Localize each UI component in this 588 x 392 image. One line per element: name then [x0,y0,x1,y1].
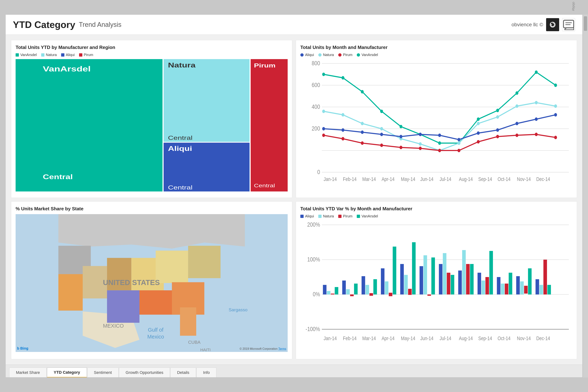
top-label: #bpqo [572,2,575,11]
bar-chart-area[interactable]: 200% 100% 0% -100% Jan-14 Feb-14 Mar-14 … [300,220,572,351]
svg-text:May-14: May-14 [401,176,415,182]
svg-point-55 [380,127,383,130]
svg-text:Aug-14: Aug-14 [459,176,473,182]
svg-text:Sep-14: Sep-14 [478,176,492,182]
treemap-title: Total Units YTD by Manufacturer and Regi… [16,44,288,50]
svg-rect-7 [164,59,250,142]
svg-rect-166 [497,277,500,294]
svg-point-68 [380,133,383,136]
svg-point-40 [342,76,344,80]
comment-button[interactable] [562,18,575,31]
svg-point-72 [458,138,460,141]
svg-text:UNITED STATES: UNITED STATES [103,278,160,287]
svg-text:Jul-14: Jul-14 [440,176,451,182]
svg-text:0%: 0% [313,291,320,298]
legend-line-aliqui: Aliqui [300,53,314,57]
svg-point-62 [516,104,518,108]
svg-text:400: 400 [312,103,320,110]
line-chart-area[interactable]: 800 600 400 200 0 Jan-14 Feb-14 Mar-14 A… [300,59,572,190]
legend-bar-aliqui-label: Aliqui [305,214,314,218]
svg-rect-132 [331,294,334,294]
svg-point-73 [477,131,480,135]
treemap-container[interactable]: Central VanArsdel Natura Central Aliqui … [16,59,288,192]
svg-point-47 [477,118,480,121]
svg-rect-175 [540,285,543,294]
svg-point-42 [380,110,383,113]
svg-rect-159 [462,250,466,294]
svg-text:600: 600 [312,82,320,88]
svg-rect-147 [404,275,408,294]
svg-rect-157 [451,275,454,294]
svg-point-51 [554,84,557,87]
svg-rect-152 [428,294,431,296]
svg-rect-162 [478,273,481,294]
svg-rect-102 [180,307,196,336]
legend-bar-aliqui: Aliqui [300,214,314,218]
legend-natura-label: Natura [46,53,57,57]
map-container[interactable]: UNITED STATES Gulf of Mexico Sargasso CU… [16,214,288,352]
main-content: Total Units YTD by Manufacturer and Regi… [6,35,582,364]
svg-text:-100%: -100% [306,326,320,332]
svg-rect-98 [188,246,220,278]
svg-rect-168 [505,284,508,294]
svg-rect-145 [393,246,396,294]
svg-rect-141 [374,279,377,294]
svg-rect-149 [412,242,416,294]
scrollbar-thumb[interactable] [584,16,587,31]
scrollbar[interactable] [583,14,588,378]
legend-bar-natura: Natura [318,214,334,218]
map-terms-link[interactable]: Terms [278,347,286,350]
tab-ytd-category[interactable]: YTD Category [47,368,87,377]
svg-point-75 [516,122,518,125]
legend-line-vanarsdel: VanArsdel [357,53,378,57]
svg-rect-143 [385,282,388,294]
legend-bar-pirum-label: Pirum [343,214,352,218]
svg-rect-151 [424,255,427,294]
legend-line-vanarsdel-dot [357,53,360,56]
legend-aliqui: Aliqui [61,53,75,57]
svg-point-70 [419,133,422,136]
legend-line-pirum-label: Pirum [343,53,352,57]
legend-vanarsdel-label: VanArsdel [20,53,37,57]
svg-text:Apr-14: Apr-14 [382,336,394,342]
svg-text:Sargasso: Sargasso [229,307,248,312]
refresh-button[interactable] [546,18,559,31]
svg-rect-170 [516,276,520,294]
header-bar: ··· YTD Category Trend Analysis obvience… [6,15,582,35]
svg-point-57 [419,142,422,146]
legend-vanarsdel: VanArsdel [16,53,37,57]
svg-point-54 [361,122,364,125]
treemap-panel: Total Units YTD by Manufacturer and Regi… [11,40,292,198]
svg-rect-1 [564,20,574,28]
svg-point-84 [438,149,441,152]
tab-growth-opportunities[interactable]: Growth Opportunities [119,368,170,377]
svg-rect-13 [251,59,288,192]
svg-text:MEXICO: MEXICO [103,323,124,329]
line-chart-title: Total Units by Month and Manufacturer [300,44,572,50]
svg-rect-131 [327,291,330,294]
svg-rect-172 [524,286,528,294]
svg-text:100%: 100% [307,256,320,263]
svg-rect-134 [342,280,346,294]
svg-rect-155 [443,253,446,294]
svg-point-49 [516,92,518,95]
legend-bar-aliqui-sq [300,215,304,218]
legend-aliqui-color [61,53,64,56]
svg-text:May-14: May-14 [401,336,415,342]
tab-details[interactable]: Details [170,368,196,377]
legend-line-aliqui-label: Aliqui [305,53,314,57]
svg-point-76 [535,118,538,121]
svg-point-48 [496,109,499,112]
svg-point-77 [554,113,557,116]
svg-text:800: 800 [312,60,320,66]
tab-info[interactable]: Info [196,368,216,377]
svg-point-45 [438,142,441,145]
svg-point-66 [342,128,344,132]
tab-sentiment[interactable]: Sentiment [87,368,118,377]
legend-bar-vanarsdel-sq [357,215,360,218]
tab-market-share[interactable]: Market Share [9,368,46,377]
svg-text:Pirum: Pirum [254,62,276,69]
legend-pirum: Pirum [79,53,93,57]
svg-text:Mar-14: Mar-14 [362,176,376,182]
legend-line-pirum: Pirum [338,53,352,57]
